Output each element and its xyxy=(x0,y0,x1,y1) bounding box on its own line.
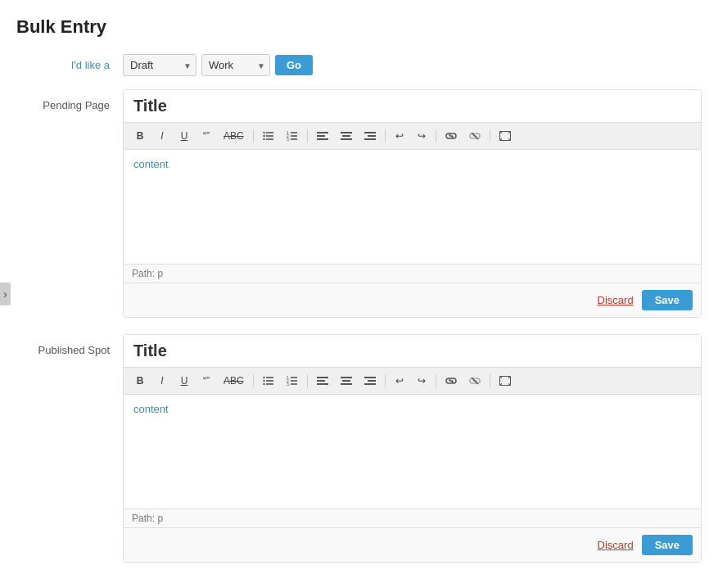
pending-align-left-button[interactable] xyxy=(312,127,333,145)
published-quote-button[interactable]: “” xyxy=(196,372,216,390)
svg-rect-28 xyxy=(266,380,273,382)
svg-point-0 xyxy=(263,132,264,133)
pending-title-input[interactable] xyxy=(133,97,691,115)
published-editor-actions: Discard Save xyxy=(124,528,701,562)
pending-page-label: Pending Page xyxy=(16,89,123,111)
toolbar-sep-1 xyxy=(253,129,254,142)
svg-rect-42 xyxy=(341,383,352,385)
pending-discard-button[interactable]: Discard xyxy=(598,294,634,306)
pending-title-bar xyxy=(124,90,701,123)
svg-rect-13 xyxy=(317,135,325,137)
svg-rect-3 xyxy=(266,135,273,137)
draft-select-wrapper: Draft Published Pending ▼ xyxy=(123,54,196,76)
go-button[interactable]: Go xyxy=(275,55,313,75)
toolbar-sep-4 xyxy=(436,129,436,142)
page-title: Bulk Entry xyxy=(16,16,702,38)
sidebar-toggle-button[interactable]: › xyxy=(0,283,11,305)
pending-align-center-button[interactable] xyxy=(336,127,357,145)
published-ol-button[interactable]: 1.2.3. xyxy=(282,372,303,390)
pending-path-bar: Path: p xyxy=(124,265,701,283)
published-link-button[interactable] xyxy=(440,372,462,390)
svg-rect-7 xyxy=(291,132,297,133)
published-italic-button[interactable]: I xyxy=(152,372,172,390)
svg-rect-30 xyxy=(266,383,273,385)
svg-rect-11 xyxy=(291,138,297,140)
pending-underline-button[interactable]: U xyxy=(174,127,194,145)
pub-toolbar-sep-1 xyxy=(253,374,254,387)
pending-ul-button[interactable] xyxy=(258,127,279,145)
svg-rect-34 xyxy=(291,380,297,382)
published-title-bar xyxy=(124,335,701,368)
svg-rect-44 xyxy=(368,380,376,382)
published-title-input[interactable] xyxy=(133,341,691,360)
published-fullscreen-button[interactable] xyxy=(494,372,516,390)
pub-toolbar-sep-3 xyxy=(385,374,386,387)
pending-path-label: Path: xyxy=(132,268,155,279)
pending-bold-button[interactable]: B xyxy=(130,127,150,145)
pending-page-section: Pending Page B I U “” ABC 1.2.3. xyxy=(16,89,702,318)
published-toolbar: B I U “” ABC 1.2.3. xyxy=(124,368,701,395)
published-underline-button[interactable]: U xyxy=(174,372,194,390)
svg-text:3.: 3. xyxy=(287,382,290,386)
svg-rect-12 xyxy=(317,132,328,133)
pending-ol-button[interactable]: 1.2.3. xyxy=(282,127,303,145)
published-strike-button[interactable]: ABC xyxy=(219,372,249,390)
work-select[interactable]: Work Home Personal xyxy=(201,54,270,76)
published-align-left-button[interactable] xyxy=(312,372,333,390)
svg-rect-36 xyxy=(291,383,297,385)
published-content-wrapper: content xyxy=(124,395,701,509)
id-like-a-link[interactable]: I'd like a xyxy=(71,59,110,71)
pending-link-button[interactable] xyxy=(440,127,462,145)
id-like-a-label: I'd like a xyxy=(16,59,123,71)
published-align-center-button[interactable] xyxy=(336,372,357,390)
pending-align-right-button[interactable] xyxy=(359,127,381,145)
pending-unlink-button[interactable] xyxy=(464,127,485,145)
published-undo-button[interactable]: ↩ xyxy=(390,372,409,390)
svg-rect-39 xyxy=(317,383,328,385)
pending-save-button[interactable]: Save xyxy=(642,290,693,310)
svg-rect-20 xyxy=(364,138,376,140)
svg-rect-19 xyxy=(368,135,376,137)
toolbar-sep-3 xyxy=(385,129,386,142)
svg-rect-14 xyxy=(317,138,328,140)
published-content-area[interactable]: content xyxy=(124,395,701,509)
svg-point-4 xyxy=(263,138,264,140)
svg-rect-32 xyxy=(291,377,297,378)
svg-rect-15 xyxy=(341,132,352,133)
svg-rect-43 xyxy=(364,377,376,378)
published-align-right-button[interactable] xyxy=(359,372,381,390)
svg-point-2 xyxy=(263,135,264,137)
pending-page-card: B I U “” ABC 1.2.3. xyxy=(123,89,702,318)
svg-rect-17 xyxy=(341,138,352,140)
published-path-label: Path: xyxy=(132,513,155,524)
svg-rect-41 xyxy=(342,380,350,382)
svg-rect-16 xyxy=(342,135,350,137)
svg-rect-40 xyxy=(341,377,352,378)
published-bold-button[interactable]: B xyxy=(130,372,150,390)
published-redo-button[interactable]: ↪ xyxy=(412,372,431,390)
published-save-button[interactable]: Save xyxy=(642,535,693,555)
published-path-bar: Path: p xyxy=(124,509,701,528)
svg-point-29 xyxy=(263,383,264,385)
toolbar-sep-5 xyxy=(490,129,490,142)
pending-toolbar: B I U “” ABC 1.2.3. xyxy=(124,123,701,150)
pub-toolbar-sep-4 xyxy=(436,374,436,387)
pending-undo-button[interactable]: ↩ xyxy=(390,127,409,145)
pending-fullscreen-button[interactable] xyxy=(494,127,516,145)
svg-rect-1 xyxy=(266,132,273,133)
pending-redo-button[interactable]: ↪ xyxy=(412,127,431,145)
draft-select[interactable]: Draft Published Pending xyxy=(123,54,196,76)
published-ul-button[interactable] xyxy=(258,372,279,390)
toolbar-sep-2 xyxy=(307,129,308,142)
published-discard-button[interactable]: Discard xyxy=(598,539,634,551)
pending-content-area[interactable]: content xyxy=(124,150,701,265)
published-unlink-button[interactable] xyxy=(464,372,485,390)
pending-quote-button[interactable]: “” xyxy=(196,127,216,145)
published-path-value: p xyxy=(157,513,163,524)
header-controls: Draft Published Pending ▼ Work Home Pers… xyxy=(123,54,313,76)
svg-point-25 xyxy=(263,377,264,378)
pending-strike-button[interactable]: ABC xyxy=(219,127,249,145)
work-select-wrapper: Work Home Personal ▼ xyxy=(201,54,270,76)
pending-italic-button[interactable]: I xyxy=(152,127,172,145)
published-spot-card: B I U “” ABC 1.2.3. xyxy=(123,334,702,563)
